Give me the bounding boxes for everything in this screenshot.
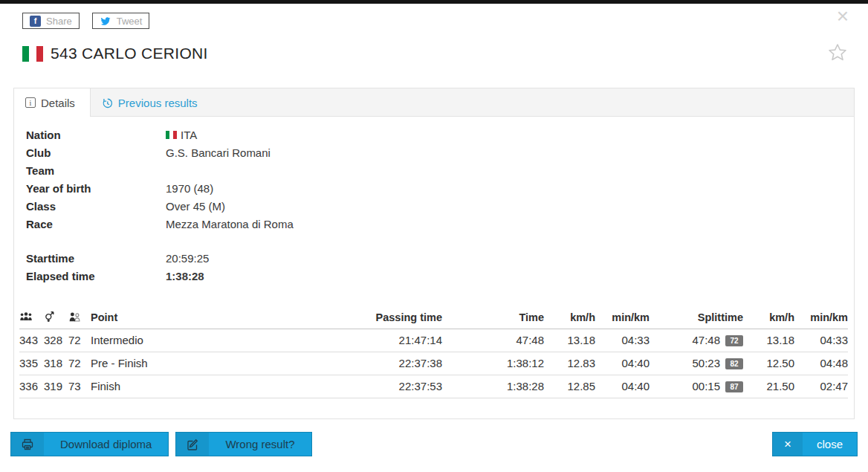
- col-header-splittime: Splittime: [650, 307, 743, 329]
- point-name: Intermedio: [91, 329, 353, 352]
- splittime: 47:48: [692, 334, 720, 346]
- kmh: 12.85: [544, 375, 595, 398]
- table-row-pre-finish: 335 318 72 Pre - Finish 22:37:38 1:38:12…: [19, 352, 848, 375]
- italy-flag: [22, 46, 43, 62]
- category-rank-icon: [68, 307, 91, 329]
- tweet-button[interactable]: Tweet: [92, 13, 150, 29]
- col-header-kmh: km/h: [544, 307, 595, 329]
- splittime-cell: 00:1587: [650, 375, 743, 398]
- download-diploma-button[interactable]: Download diploma: [10, 432, 169, 456]
- field-label: Nation: [26, 129, 166, 141]
- runner-header: 543 CARLO CERIONI: [22, 45, 208, 62]
- field-value: Mezza Maratona di Roma: [166, 218, 294, 230]
- facebook-share-button[interactable]: f Share: [22, 13, 80, 29]
- history-icon: [102, 97, 113, 109]
- col-header-minkm: min/km: [595, 307, 650, 329]
- passing-time: 21:47:14: [353, 329, 442, 352]
- col-header-split-minkm: min/km: [794, 307, 848, 329]
- tab-details[interactable]: i Details: [14, 88, 91, 117]
- splittime: 00:15: [692, 380, 720, 392]
- table-header-row: Point Passing time Time km/h min/km Spli…: [19, 307, 848, 329]
- footer-actions: Download diploma Wrong result? × close: [10, 432, 858, 456]
- twitter-icon: [100, 16, 111, 26]
- social-share-row: f Share Tweet: [22, 13, 149, 29]
- kmh: 12.83: [544, 352, 595, 375]
- wrong-result-label: Wrong result?: [209, 433, 311, 456]
- close-icon[interactable]: ×: [837, 6, 849, 27]
- tab-previous-label: Previous results: [118, 97, 198, 109]
- minkm: 04:40: [595, 375, 650, 398]
- wrong-result-button[interactable]: Wrong result?: [175, 432, 311, 456]
- field-value: G.S. Bancari Romani: [166, 146, 271, 159]
- detail-row-starttime: Starttime 20:59:25: [26, 249, 848, 267]
- details-content: Nation ITA Club G.S. Bancari Romani Team…: [14, 117, 854, 398]
- tweet-label: Tweet: [117, 16, 143, 27]
- field-value: Over 45 (M): [166, 200, 225, 213]
- field-label: Class: [26, 200, 166, 213]
- rank-overall: 336: [19, 375, 44, 398]
- tab-bar: i Details Previous results: [14, 88, 854, 117]
- share-label: Share: [46, 16, 72, 27]
- rank-gender: 319: [44, 375, 68, 398]
- details-panel: i Details Previous results Nation ITA: [13, 88, 855, 419]
- field-value: 1970 (48): [166, 182, 213, 195]
- tab-previous-results[interactable]: Previous results: [91, 88, 213, 117]
- users-icon: [19, 307, 44, 329]
- detail-row-elapsed-time: Elapsed time 1:38:28: [26, 267, 848, 285]
- field-label: Year of birth: [26, 182, 166, 195]
- time: 1:38:12: [442, 352, 544, 375]
- close-button[interactable]: × close: [772, 432, 858, 456]
- page-title: 543 CARLO CERIONI: [51, 45, 208, 62]
- passing-time: 22:37:53: [353, 375, 442, 398]
- runner-detail-modal: f Share Tweet × 543 CARLO CERIONI i Deta…: [0, 0, 868, 472]
- split-minkm: 04:48: [794, 352, 848, 375]
- nation-code: ITA: [181, 129, 197, 141]
- rank-category: 73: [68, 375, 91, 398]
- rank-gender: 328: [44, 329, 68, 352]
- close-button-label: close: [803, 433, 857, 456]
- info-icon: i: [25, 97, 36, 108]
- split-times-table: Point Passing time Time km/h min/km Spli…: [19, 307, 848, 398]
- col-header-split-kmh: km/h: [743, 307, 794, 329]
- col-header-point: Point: [91, 307, 353, 329]
- time: 1:38:28: [442, 375, 544, 398]
- split-kmh: 12.50: [743, 352, 794, 375]
- field-value: 20:59:25: [166, 252, 209, 265]
- minkm: 04:40: [595, 352, 650, 375]
- field-label: Club: [26, 146, 166, 159]
- download-diploma-label: Download diploma: [44, 433, 168, 456]
- split-rank-badge: 82: [725, 358, 743, 369]
- field-label: Starttime: [26, 252, 166, 265]
- field-value: ITA: [166, 129, 197, 141]
- rank-gender: 318: [44, 352, 68, 375]
- italy-flag-small: [166, 131, 177, 139]
- spacer: [26, 233, 848, 249]
- close-button-x-icon: ×: [773, 433, 803, 456]
- detail-row-team: Team: [26, 161, 848, 179]
- table-row-intermedio: 343 328 72 Intermedio 21:47:14 47:48 13.…: [19, 329, 848, 352]
- rank-category: 72: [68, 329, 91, 352]
- split-rank-badge: 87: [725, 381, 743, 392]
- rank-overall: 343: [19, 329, 44, 352]
- field-value: 1:38:28: [166, 270, 204, 282]
- star-icon[interactable]: [826, 42, 849, 67]
- col-header-passing-time: Passing time: [353, 307, 442, 329]
- splittime-cell: 47:4872: [650, 329, 743, 352]
- split-minkm: 02:47: [794, 375, 848, 398]
- printer-icon: [11, 433, 44, 456]
- split-kmh: 21.50: [743, 375, 794, 398]
- detail-row-club: Club G.S. Bancari Romani: [26, 143, 848, 161]
- facebook-icon: f: [30, 16, 41, 27]
- split-kmh: 13.18: [743, 329, 794, 352]
- splittime-cell: 50:2382: [650, 352, 743, 375]
- rank-overall: 335: [19, 352, 44, 375]
- passing-time: 22:37:38: [353, 352, 442, 375]
- point-name: Pre - Finish: [91, 352, 353, 375]
- time: 47:48: [442, 329, 544, 352]
- edit-icon: [176, 433, 209, 456]
- field-label: Team: [26, 164, 166, 177]
- field-label: Elapsed time: [26, 270, 166, 282]
- detail-row-nation: Nation ITA: [26, 126, 848, 143]
- detail-row-year-of-birth: Year of birth 1970 (48): [26, 179, 848, 197]
- point-name: Finish: [91, 375, 353, 398]
